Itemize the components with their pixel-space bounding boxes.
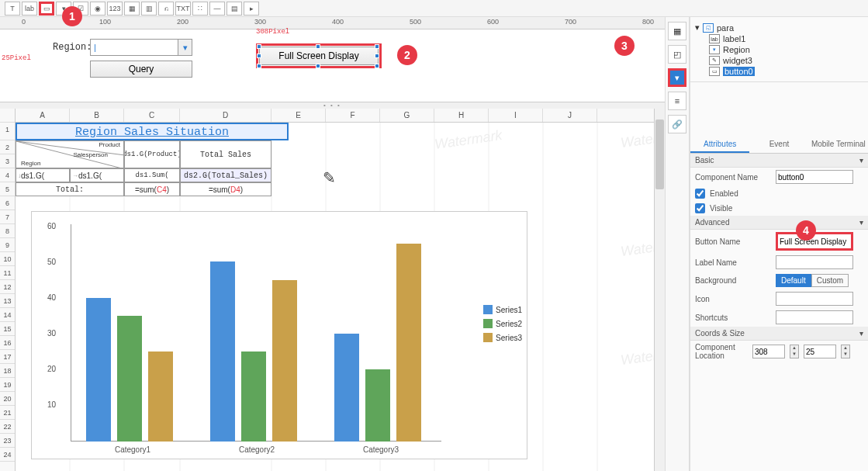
tb-text-icon[interactable]: T: [5, 2, 20, 16]
loc-y-spinner[interactable]: ▲▼: [841, 345, 850, 358]
x-label-0: Category1: [94, 445, 171, 454]
cell-a4[interactable]: ↓ds1.G(: [16, 168, 70, 182]
visible-checkbox[interactable]: [695, 203, 705, 213]
shortcuts-input[interactable]: [776, 310, 853, 324]
tb-label-icon[interactable]: lab: [22, 2, 37, 16]
sheet-title[interactable]: Region Sales Situation: [16, 123, 289, 140]
row-headers: 12345 678910 1112131415 1617181920 21222…: [0, 109, 16, 471]
design-canvas[interactable]: 308Pixel 25Pixel Region: | ▾ Query Full …: [0, 29, 665, 102]
callout-3: 3: [614, 36, 635, 56]
region-label: Region:: [53, 42, 92, 53]
tb-button-icon[interactable]: ▭: [39, 2, 54, 16]
bg-default[interactable]: Default: [776, 274, 811, 287]
query-button[interactable]: Query: [90, 61, 192, 78]
toolbar: T lab ▭ ▾ ☑ ◉ 123 ▦ ▥ ⎌ TXT ∷ — ▤ ▸: [0, 0, 868, 17]
grid-body[interactable]: AB CD EF GH IJ Region Sales S: [16, 109, 665, 471]
chart-area[interactable]: 10 20 30 40 50 60 Category1Category2Cate…: [31, 211, 527, 459]
bar-Category3-Series1: [334, 334, 359, 442]
tree-item-label1[interactable]: lablabel1: [695, 33, 863, 44]
cell-b4[interactable]: →ds1.G(: [70, 168, 124, 182]
tb-tree-icon[interactable]: ⎌: [158, 2, 174, 16]
prop-background: Background Default Custom: [690, 272, 868, 289]
label-name-input[interactable]: [776, 255, 853, 269]
cell-d4[interactable]: ds2.G(Total_Sales): [180, 168, 271, 182]
prop-location: Component Location ▲▼ ▲▼: [690, 341, 868, 362]
section-basic[interactable]: Basic▾: [690, 154, 868, 168]
callout-2: 2: [397, 45, 417, 65]
prop-icon: Icon: [690, 289, 868, 308]
x-label-2: Category3: [342, 445, 420, 454]
side-link-icon[interactable]: 🔗: [668, 115, 686, 133]
loc-x-input[interactable]: [752, 345, 785, 358]
col-headers: AB CD EF GH IJ: [16, 109, 665, 123]
tb-txt2-icon[interactable]: ∷: [192, 2, 208, 16]
bar-Category1-Series2: [117, 316, 142, 442]
tab-mobile[interactable]: Mobile Terminal: [809, 137, 868, 153]
cell-d3[interactable]: Total Sales: [180, 140, 271, 168]
bar-Category3-Series2: [365, 369, 390, 442]
prop-enabled: Enabled: [690, 186, 868, 201]
cell-c5[interactable]: =sum(C4): [124, 182, 180, 196]
bar-Category2-Series3: [272, 280, 297, 442]
tree-item-button0[interactable]: ▭button0: [695, 66, 863, 77]
cell-diag-header[interactable]: Product Salesperson Region: [16, 140, 124, 168]
fullscreen-button[interactable]: Full Screen Display: [259, 47, 379, 65]
ruler-horizontal: 0100200 300400500 600700800: [0, 17, 665, 29]
region-combo[interactable]: | ▾: [90, 39, 192, 56]
bar-Category3-Series3: [396, 244, 421, 442]
prop-shortcuts: Shortcuts: [690, 308, 868, 327]
side-component-icon[interactable]: ▦: [668, 22, 686, 40]
scrollbar-vertical[interactable]: [654, 109, 665, 471]
tb-date-icon[interactable]: ▦: [124, 2, 140, 16]
bar-Category2-Series1: [210, 261, 235, 442]
cell-c4[interactable]: ds1.Sum(: [124, 168, 180, 182]
tb-more-icon[interactable]: ▸: [244, 2, 259, 16]
tree-item-widget3[interactable]: ✎widget3: [695, 55, 863, 66]
tb-edit-icon[interactable]: TXT: [175, 2, 191, 16]
bg-custom[interactable]: Custom: [811, 274, 849, 287]
prop-button-name: Button Name: [690, 230, 868, 253]
separator[interactable]: • • •: [0, 102, 665, 109]
prop-component-name: Component Name: [690, 168, 868, 186]
prop-label-name: Label Name: [690, 253, 868, 272]
side-layout-icon[interactable]: ≡: [668, 92, 686, 110]
tb-group-icon[interactable]: ▥: [141, 2, 157, 16]
chart-legend: Series1 Series2 Series3: [483, 305, 522, 347]
side-tools: ▦ ◰ ▾ ≡ 🔗: [665, 17, 690, 471]
pencil-icon[interactable]: ✎: [323, 168, 336, 187]
combo-arrow-icon[interactable]: ▾: [178, 40, 192, 55]
bar-Category1-Series1: [86, 298, 111, 442]
side-crop-icon[interactable]: ◰: [668, 45, 686, 64]
tab-event[interactable]: Event: [749, 137, 808, 153]
tb-tab-icon[interactable]: —: [209, 2, 225, 16]
cell-a5[interactable]: Total:: [16, 182, 124, 196]
tree-root[interactable]: ▾◱para: [695, 22, 863, 33]
callout-4: 4: [796, 220, 816, 241]
tb-file-icon[interactable]: ▤: [227, 2, 242, 16]
prop-visible: Visible: [690, 201, 868, 216]
property-tabs: Attributes Event Mobile Terminal: [690, 137, 868, 154]
section-advanced[interactable]: Advanced▾: [690, 216, 868, 230]
cell-d5[interactable]: =sum(D4): [180, 182, 271, 196]
tb-num-icon[interactable]: 123: [107, 2, 123, 16]
callout-1: 1: [62, 6, 82, 26]
icon-input[interactable]: [776, 292, 853, 306]
cell-c3[interactable]: ds1.G(Product): [124, 140, 180, 168]
component-name-input[interactable]: [776, 170, 853, 184]
enabled-checkbox[interactable]: [695, 189, 705, 199]
tab-attributes[interactable]: Attributes: [690, 137, 749, 153]
component-tree[interactable]: ▾◱para lablabel1 ▾Region ✎widget3 ▭butto…: [690, 17, 868, 82]
bar-Category1-Series3: [148, 352, 173, 442]
loc-x-spinner[interactable]: ▲▼: [790, 345, 799, 358]
tb-radio-icon[interactable]: ◉: [90, 2, 105, 16]
right-panel: ▾◱para lablabel1 ▾Region ✎widget3 ▭butto…: [690, 17, 868, 471]
bar-Category2-Series2: [241, 352, 266, 442]
tree-item-region[interactable]: ▾Region: [695, 44, 863, 55]
loc-y-input[interactable]: [804, 345, 836, 358]
side-properties-icon[interactable]: ▾: [668, 68, 686, 87]
pixel-308-label: 308Pixel: [256, 28, 289, 36]
x-label-1: Category2: [218, 445, 296, 454]
pixel-25-label: 25Pixel: [2, 54, 31, 62]
section-coords[interactable]: Coords & Size▾: [690, 327, 868, 341]
